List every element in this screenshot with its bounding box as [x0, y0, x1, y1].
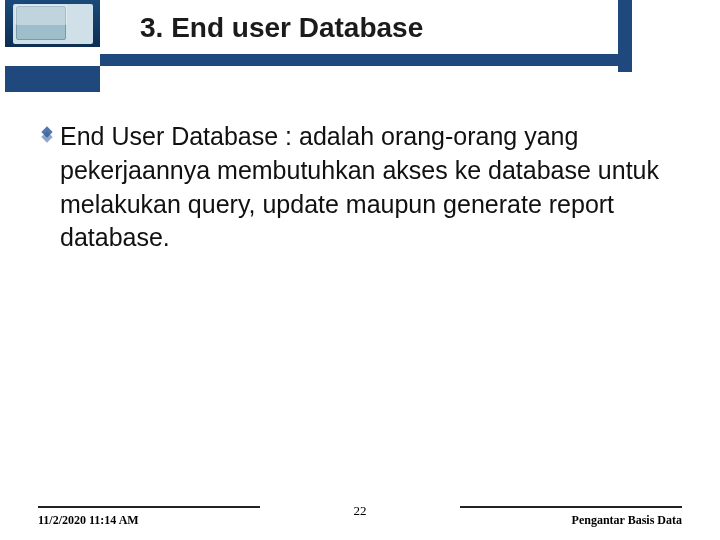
footer-topic: Pengantar Basis Data	[572, 513, 682, 528]
logo-block	[5, 0, 100, 47]
slide: 3. End user Database End User Database :…	[0, 0, 720, 540]
title-underline	[100, 54, 618, 66]
diamond-bullet-icon	[40, 128, 54, 142]
logo-image-placeholder	[13, 4, 93, 44]
slide-title: 3. End user Database	[100, 12, 700, 44]
bullet-text: End User Database : adalah orang-orang y…	[60, 120, 680, 255]
bullet-item: End User Database : adalah orang-orang y…	[40, 120, 680, 255]
body-content: End User Database : adalah orang-orang y…	[40, 120, 680, 255]
monitor-icon	[16, 6, 66, 40]
title-bar: 3. End user Database	[100, 12, 700, 72]
left-accent-block	[5, 66, 100, 92]
